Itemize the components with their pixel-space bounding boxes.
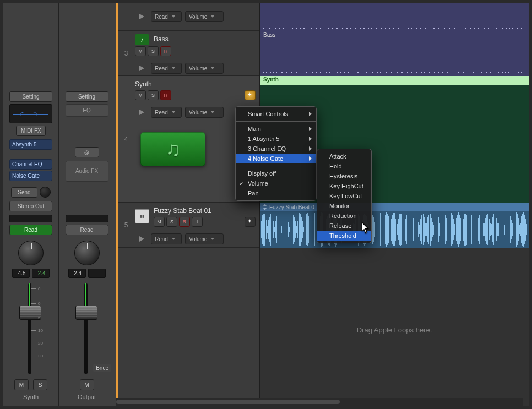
- channel-name: Synth: [23, 394, 39, 406]
- automation-param-select[interactable]: Volume: [185, 233, 224, 244]
- menu-item-key-lowcut[interactable]: Key LowCut: [317, 191, 371, 201]
- solo-button[interactable]: S: [148, 46, 159, 56]
- region-name: Bass: [260, 31, 529, 40]
- track-name[interactable]: Synth: [135, 79, 256, 90]
- menu-item-smart-controls[interactable]: Smart Controls: [236, 109, 316, 119]
- send-knob[interactable]: [40, 187, 51, 198]
- automation-mode-select[interactable]: Read: [151, 63, 182, 74]
- send-button[interactable]: Send: [11, 187, 37, 198]
- mute-button[interactable]: M: [135, 46, 146, 56]
- menu-item-hold[interactable]: Hold: [317, 161, 371, 171]
- record-button[interactable]: R: [160, 46, 171, 56]
- midi-fx-button[interactable]: MIDI FX: [16, 126, 46, 136]
- automation-mode-button[interactable]: Read: [66, 225, 108, 235]
- balance-knob[interactable]: [74, 241, 100, 265]
- record-button[interactable]: R: [179, 217, 190, 227]
- peak-value[interactable]: -2.4: [32, 269, 50, 278]
- menu-item-key-highcut[interactable]: Key HighCut: [317, 181, 371, 191]
- menu-item-hysteresis[interactable]: Hysteresis: [317, 171, 371, 181]
- mute-button[interactable]: M: [135, 90, 146, 100]
- fader[interactable]: [66, 283, 108, 374]
- channel-strip-output: Setting EQ ◎ Audio FX Read -2.4 Bnce M O…: [59, 3, 115, 406]
- menu-item-reduction[interactable]: Reduction: [317, 211, 371, 221]
- midi-region-icon: ♫: [140, 132, 205, 166]
- automation-mode-button[interactable]: Read: [9, 225, 52, 235]
- mute-button[interactable]: M: [14, 379, 29, 390]
- audio-fx-slot[interactable]: Noise Gate: [9, 171, 52, 181]
- channel-strip-synth: Setting MIDI FX Absynth 5 Channel EQ Noi…: [3, 3, 59, 406]
- fader-value[interactable]: -4.5: [12, 269, 30, 278]
- automation-param-select[interactable]: Volume: [185, 63, 224, 74]
- freeze-button[interactable]: [245, 217, 256, 227]
- track-header[interactable]: Read Volume: [118, 3, 259, 31]
- menu-item-plugin-noise-gate[interactable]: 4 Noise Gate: [236, 154, 316, 163]
- eq-thumbnail[interactable]: [9, 104, 52, 123]
- solo-button[interactable]: S: [33, 379, 47, 390]
- stereo-mode-button[interactable]: ◎: [75, 147, 99, 157]
- menu-item-volume[interactable]: Volume: [236, 178, 316, 188]
- menu-item-monitor[interactable]: Monitor: [317, 201, 371, 211]
- gain-reduction-meter: [9, 215, 52, 222]
- record-button[interactable]: R: [160, 90, 171, 100]
- audio-fx-button[interactable]: Audio FX: [66, 161, 108, 182]
- automation-mode-select[interactable]: Read: [151, 233, 182, 244]
- setting-button[interactable]: Setting: [9, 91, 52, 102]
- disclosure-icon[interactable]: [139, 66, 144, 71]
- region-header-audio[interactable]: Fuzzy Stab Beat 0: [260, 203, 529, 211]
- region-name: Synth: [260, 76, 529, 85]
- gain-reduction-meter: [66, 215, 108, 222]
- solo-button[interactable]: S: [148, 90, 159, 100]
- setting-button[interactable]: Setting: [66, 91, 108, 102]
- menu-item-attack[interactable]: Attack: [317, 151, 371, 161]
- track-header-fuzzy[interactable]: 5 ▮▮ Fuzzy Stab Beat 01 M S R I: [118, 203, 259, 248]
- track-icon: ♪: [135, 34, 149, 45]
- channel-strips: Setting MIDI FX Absynth 5 Channel EQ Noi…: [3, 3, 116, 406]
- automation-param-select[interactable]: Volume: [185, 11, 224, 22]
- output-button[interactable]: Stereo Out: [9, 201, 52, 211]
- eq-button[interactable]: EQ: [66, 104, 108, 117]
- instrument-slot[interactable]: Absynth 5: [9, 139, 52, 150]
- mute-button[interactable]: M: [80, 379, 94, 390]
- fader[interactable]: 6 0 5 10 20 30: [9, 283, 52, 374]
- region-header-synth[interactable]: Synth: [260, 76, 529, 85]
- fader-value[interactable]: -2.4: [68, 269, 86, 278]
- menu-item-display-off[interactable]: Display off: [236, 168, 316, 178]
- channel-name: Output: [78, 394, 96, 406]
- track-name[interactable]: Fuzzy Stab Beat 01: [154, 206, 256, 217]
- disclosure-icon[interactable]: [139, 110, 144, 115]
- cursor-icon: [362, 222, 370, 232]
- region-audio[interactable]: [260, 211, 529, 248]
- bounce-button[interactable]: Bnce: [93, 364, 111, 372]
- freeze-button[interactable]: [245, 90, 256, 100]
- automation-mode-select[interactable]: Read: [151, 107, 182, 118]
- region-bass[interactable]: Bass: [260, 31, 529, 76]
- disclosure-icon[interactable]: [139, 236, 144, 242]
- peak-value[interactable]: [88, 269, 106, 278]
- mute-button[interactable]: M: [154, 217, 165, 227]
- horizontal-scrollbar[interactable]: [116, 398, 523, 406]
- arrange-area[interactable]: Bass Synth Fuzzy Stab Beat 0 Drag Apple …: [259, 3, 529, 406]
- drop-hint: Drag Apple Loops here.: [260, 326, 529, 334]
- automation-param-select[interactable]: Volume: [185, 107, 224, 118]
- track-name[interactable]: Bass: [154, 34, 169, 45]
- region-name: Fuzzy Stab Beat 0: [269, 204, 314, 210]
- loop-icon: [263, 204, 267, 210]
- track-icon: ▮▮: [135, 209, 149, 223]
- automation-parameter-menu[interactable]: Smart Controls Main 1 Absynth 5 3 Channe…: [235, 106, 317, 201]
- audio-fx-slot[interactable]: Channel EQ: [9, 159, 52, 170]
- disclosure-icon[interactable]: [139, 14, 144, 19]
- menu-item-main[interactable]: Main: [236, 124, 316, 134]
- track-number: 3: [120, 50, 133, 57]
- region-bass[interactable]: [260, 3, 529, 31]
- solo-button[interactable]: S: [166, 217, 177, 227]
- track-header-bass[interactable]: 3 ♪ Bass M S R Read Volume: [118, 31, 259, 76]
- menu-item-pan[interactable]: Pan: [236, 188, 316, 198]
- input-monitor-button[interactable]: I: [192, 217, 203, 227]
- menu-item-plugin[interactable]: 1 Absynth 5: [236, 134, 316, 144]
- track-header-list: Read Volume 3 ♪ Bass M S R: [116, 3, 259, 406]
- track-number: 4: [120, 135, 133, 143]
- track-number: 5: [120, 221, 133, 229]
- menu-item-plugin[interactable]: 3 Channel EQ: [236, 144, 316, 154]
- pan-knob[interactable]: [18, 241, 44, 265]
- automation-mode-select[interactable]: Read: [151, 11, 182, 22]
